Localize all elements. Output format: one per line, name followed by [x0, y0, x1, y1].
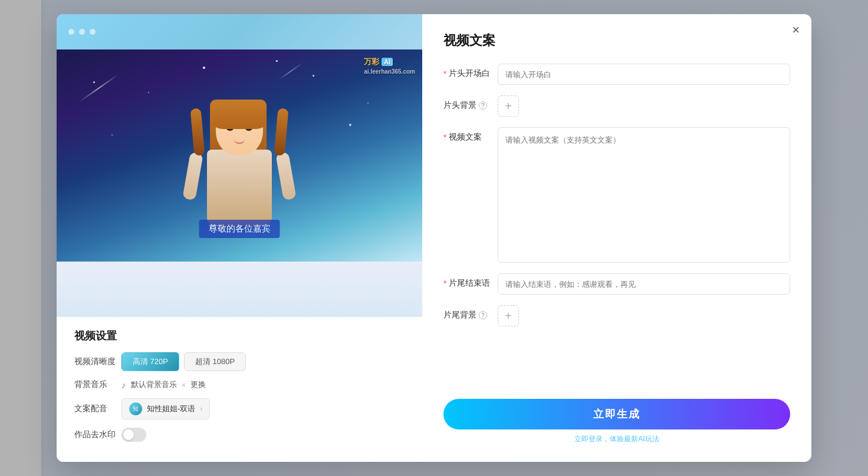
- music-separator[interactable]: ×: [182, 381, 186, 389]
- video-preview-container: 万彩 AI ai.leerhan365.com: [57, 14, 422, 317]
- voice-avatar: 知: [129, 402, 142, 415]
- header-bg-add-button[interactable]: +: [498, 95, 519, 117]
- panel-title: 视频文案: [443, 32, 790, 49]
- footer-bg-form-group: 片尾背景 ? +: [443, 305, 790, 326]
- music-info: ♪ 默认背景音乐 × 更换: [121, 379, 206, 390]
- script-textarea[interactable]: [498, 127, 790, 263]
- toggle-knob: [123, 429, 134, 440]
- header-bg-form-group: 片头背景 ? +: [443, 95, 790, 117]
- ending-required-star: *: [443, 279, 446, 288]
- opening-label: * 片头开场白: [443, 64, 491, 79]
- voice-arrow-icon: ›: [200, 405, 202, 413]
- footer-bg-help-icon[interactable]: ?: [479, 311, 487, 319]
- quality-720p-button[interactable]: 高清 720P: [121, 352, 179, 371]
- script-form-group: * 视频文案: [443, 127, 790, 263]
- watermark-text: 万彩: [364, 57, 379, 66]
- watermark-site: ai.leerhan365.com: [364, 68, 415, 75]
- login-hint: 立即登录，体验最新AI玩法: [443, 434, 790, 444]
- music-row: 背景音乐 ♪ 默认背景音乐 × 更换: [74, 379, 405, 390]
- script-label: * 视频文案: [443, 127, 491, 143]
- settings-title: 视频设置: [74, 329, 405, 343]
- watermark-toggle-row: 作品去水印: [74, 428, 405, 442]
- top-bar-dot-2: [79, 29, 85, 35]
- top-bar-dot-3: [90, 29, 96, 35]
- footer-bg-label: 片尾背景 ?: [443, 305, 491, 320]
- voice-name: 知性姐姐-双语: [147, 404, 195, 414]
- opening-required-star: *: [443, 69, 446, 78]
- footer-bg-add-button[interactable]: +: [498, 305, 519, 326]
- music-name: 默认背景音乐: [131, 379, 177, 390]
- generate-button[interactable]: 立即生成: [443, 399, 790, 429]
- ending-form-group: * 片尾结束语: [443, 273, 790, 295]
- watermark: 万彩 AI ai.leerhan365.com: [364, 57, 415, 75]
- subtitle-box: 尊敬的各位嘉宾: [199, 220, 280, 238]
- char-hair-front: [213, 100, 266, 129]
- voice-label: 文案配音: [74, 404, 121, 414]
- opening-input[interactable]: [498, 64, 790, 85]
- watermark-toggle[interactable]: [121, 428, 146, 442]
- watermark-toggle-label: 作品去水印: [74, 429, 121, 440]
- music-change-button[interactable]: 更换: [190, 379, 206, 390]
- quality-row: 视频清晰度 高清 720P 超清 1080P: [74, 352, 405, 371]
- video-top-bar: [57, 14, 422, 49]
- modal-container: ×: [57, 14, 811, 462]
- settings-section: 视频设置 视频清晰度 高清 720P 超清 1080P 背景音乐 ♪ 默认背景音…: [57, 317, 422, 462]
- header-bg-label: 片头背景 ?: [443, 95, 491, 111]
- right-panel: 视频文案 * 片头开场白 片头背景 ? + *: [422, 14, 811, 462]
- top-bar-dot-1: [68, 29, 74, 35]
- video-main-preview: 万彩 AI ai.leerhan365.com: [57, 49, 422, 262]
- music-label: 背景音乐: [74, 379, 121, 390]
- close-button[interactable]: ×: [792, 24, 800, 37]
- music-note-icon: ♪: [121, 380, 126, 390]
- left-panel: 万彩 AI ai.leerhan365.com: [57, 14, 422, 462]
- voice-select-button[interactable]: 知 知性姐姐-双语 ›: [121, 398, 210, 419]
- ai-badge: AI: [382, 58, 393, 66]
- ending-label: * 片尾结束语: [443, 273, 491, 289]
- quality-label: 视频清晰度: [74, 356, 121, 367]
- script-required-star: *: [443, 133, 446, 142]
- modal-overlay: ×: [0, 0, 868, 476]
- quality-1080p-button[interactable]: 超清 1080P: [184, 352, 246, 371]
- voice-row: 文案配音 知 知性姐姐-双语 ›: [74, 398, 405, 419]
- login-hint-link[interactable]: 立即登录，体验最新AI玩法: [574, 435, 659, 443]
- char-outfit: [207, 150, 272, 226]
- opening-form-group: * 片头开场白: [443, 64, 790, 85]
- video-bottom-fade: [57, 262, 422, 317]
- header-bg-help-icon[interactable]: ?: [479, 101, 487, 110]
- ending-input[interactable]: [498, 273, 790, 295]
